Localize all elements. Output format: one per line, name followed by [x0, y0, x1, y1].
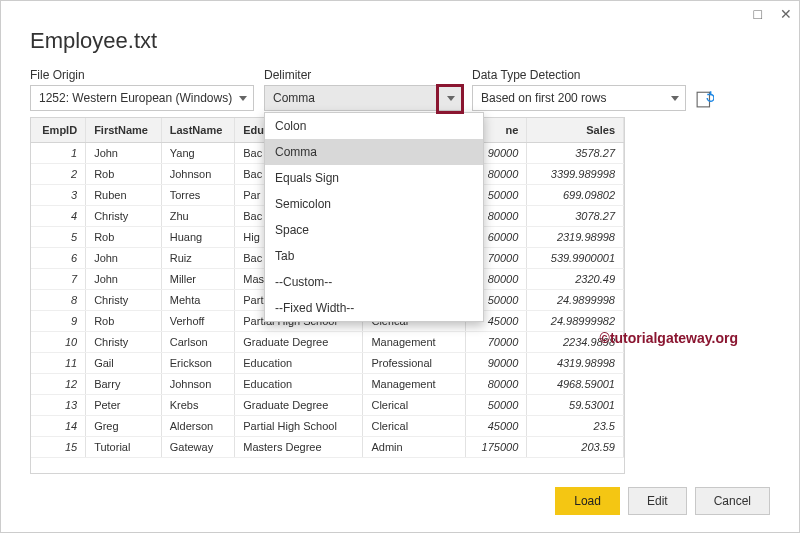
delimiter-label: Delimiter: [264, 68, 462, 82]
table-cell: Christy: [86, 205, 162, 226]
cancel-button[interactable]: Cancel: [695, 487, 770, 515]
table-cell: Torres: [161, 184, 235, 205]
table-cell: 3078.27: [527, 205, 624, 226]
table-cell: 90000: [466, 352, 527, 373]
file-origin-label: File Origin: [30, 68, 254, 82]
table-cell: Christy: [86, 331, 162, 352]
table-cell: 1: [31, 142, 86, 163]
table-cell: 12: [31, 373, 86, 394]
table-cell: 11: [31, 352, 86, 373]
footer-buttons: Load Edit Cancel: [555, 487, 770, 515]
table-cell: 4319.98998: [527, 352, 624, 373]
table-row[interactable]: 12BarryJohnsonEducationManagement8000049…: [31, 373, 624, 394]
table-cell: Education: [235, 373, 363, 394]
dialog-content: Employee.txt File Origin 1252: Western E…: [30, 28, 770, 515]
table-cell: 5: [31, 226, 86, 247]
table-cell: 13: [31, 394, 86, 415]
table-cell: 45000: [466, 415, 527, 436]
table-cell: Management: [363, 373, 466, 394]
col-header-lastname[interactable]: LastName: [161, 118, 235, 142]
chevron-down-icon: [447, 96, 455, 101]
table-cell: Gateway: [161, 436, 235, 457]
table-cell: 3578.27: [527, 142, 624, 163]
table-row[interactable]: 14GregAldersonPartial High SchoolClerica…: [31, 415, 624, 436]
window-controls: □ ✕: [754, 6, 792, 22]
delimiter-option-tab[interactable]: Tab: [265, 243, 483, 269]
delimiter-option-equals[interactable]: Equals Sign: [265, 165, 483, 191]
table-cell: Gail: [86, 352, 162, 373]
table-cell: 539.9900001: [527, 247, 624, 268]
table-cell: 4968.59001: [527, 373, 624, 394]
table-cell: Graduate Degree: [235, 394, 363, 415]
table-cell: Ruiz: [161, 247, 235, 268]
file-origin-group: File Origin 1252: Western European (Wind…: [30, 68, 254, 111]
detection-group: Data Type Detection Based on first 200 r…: [472, 68, 686, 111]
table-cell: John: [86, 142, 162, 163]
controls-row: File Origin 1252: Western European (Wind…: [30, 68, 770, 111]
delimiter-option-comma[interactable]: Comma: [265, 139, 483, 165]
table-cell: 70000: [466, 331, 527, 352]
col-header-sales[interactable]: Sales: [527, 118, 624, 142]
table-cell: 175000: [466, 436, 527, 457]
detection-dropdown[interactable]: Based on first 200 rows: [472, 85, 686, 111]
delimiter-option-fixedwidth[interactable]: --Fixed Width--: [265, 295, 483, 321]
table-cell: Tutorial: [86, 436, 162, 457]
table-cell: Johnson: [161, 373, 235, 394]
table-cell: Mehta: [161, 289, 235, 310]
table-row[interactable]: 11GailEricksonEducationProfessional90000…: [31, 352, 624, 373]
table-cell: John: [86, 247, 162, 268]
table-cell: 2320.49: [527, 268, 624, 289]
edit-button[interactable]: Edit: [628, 487, 687, 515]
table-cell: 24.9899998: [527, 289, 624, 310]
table-cell: 2319.98998: [527, 226, 624, 247]
table-cell: Admin: [363, 436, 466, 457]
table-cell: Clerical: [363, 394, 466, 415]
delimiter-option-space[interactable]: Space: [265, 217, 483, 243]
delimiter-group: Delimiter Comma Colon Comma Equals Sign …: [264, 68, 462, 111]
table-cell: 699.09802: [527, 184, 624, 205]
col-header-empid[interactable]: EmpID: [31, 118, 86, 142]
table-cell: 24.98999982: [527, 310, 624, 331]
delimiter-option-colon[interactable]: Colon: [265, 113, 483, 139]
table-cell: 203.59: [527, 436, 624, 457]
table-cell: Greg: [86, 415, 162, 436]
delimiter-option-semicolon[interactable]: Semicolon: [265, 191, 483, 217]
table-cell: Clerical: [363, 415, 466, 436]
table-row[interactable]: 10ChristyCarlsonGraduate DegreeManagemen…: [31, 331, 624, 352]
maximize-icon[interactable]: □: [754, 6, 762, 22]
table-cell: Ruben: [86, 184, 162, 205]
table-cell: 50000: [466, 394, 527, 415]
table-cell: 8: [31, 289, 86, 310]
file-origin-dropdown[interactable]: 1252: Western European (Windows): [30, 85, 254, 111]
table-cell: Christy: [86, 289, 162, 310]
page-title: Employee.txt: [30, 28, 770, 54]
watermark: ©tutorialgateway.org: [600, 330, 738, 346]
table-cell: Krebs: [161, 394, 235, 415]
table-cell: 15: [31, 436, 86, 457]
table-cell: Huang: [161, 226, 235, 247]
table-row[interactable]: 15TutorialGatewayMasters DegreeAdmin1750…: [31, 436, 624, 457]
table-cell: Barry: [86, 373, 162, 394]
refresh-icon[interactable]: [696, 90, 714, 108]
table-cell: Rob: [86, 226, 162, 247]
delimiter-menu: Colon Comma Equals Sign Semicolon Space …: [264, 112, 484, 322]
col-header-firstname[interactable]: FirstName: [86, 118, 162, 142]
delimiter-dropdown[interactable]: Comma: [264, 85, 462, 111]
table-cell: 9: [31, 310, 86, 331]
load-button[interactable]: Load: [555, 487, 620, 515]
file-origin-value: 1252: Western European (Windows): [39, 91, 232, 105]
table-cell: 3: [31, 184, 86, 205]
detection-label: Data Type Detection: [472, 68, 686, 82]
close-icon[interactable]: ✕: [780, 6, 792, 22]
table-cell: Professional: [363, 352, 466, 373]
delimiter-value: Comma: [273, 91, 315, 105]
delimiter-option-custom[interactable]: --Custom--: [265, 269, 483, 295]
table-cell: Peter: [86, 394, 162, 415]
table-cell: Education: [235, 352, 363, 373]
table-row[interactable]: 13PeterKrebsGraduate DegreeClerical50000…: [31, 394, 624, 415]
table-cell: Management: [363, 331, 466, 352]
table-cell: Graduate Degree: [235, 331, 363, 352]
table-cell: Masters Degree: [235, 436, 363, 457]
table-cell: 59.53001: [527, 394, 624, 415]
table-cell: 4: [31, 205, 86, 226]
